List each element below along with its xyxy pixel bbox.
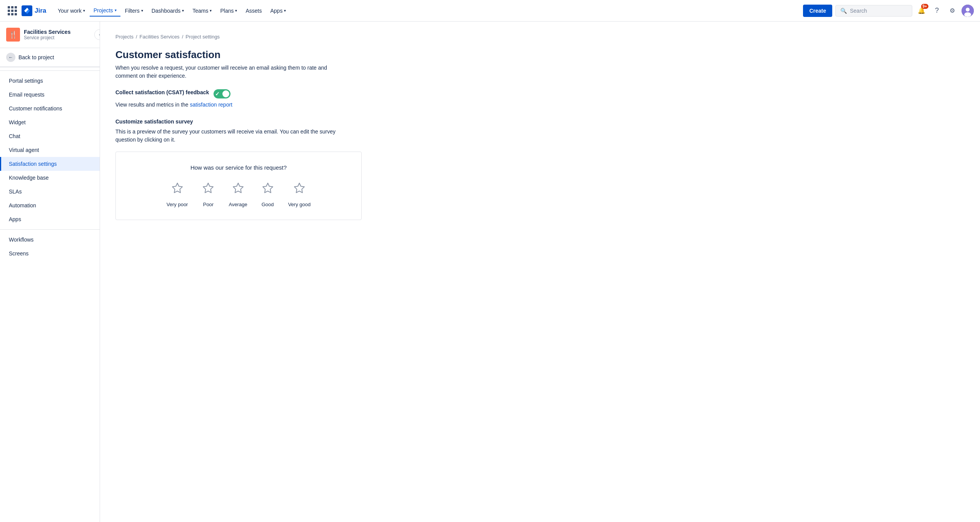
- page-description: When you resolve a request, your custome…: [115, 64, 965, 80]
- breadcrumb-sep-2: /: [182, 34, 184, 40]
- nav-assets[interactable]: Assets: [242, 5, 265, 16]
- sidebar-item-portal-settings[interactable]: Portal settings: [0, 74, 100, 88]
- breadcrumb-projects[interactable]: Projects: [115, 34, 134, 40]
- page-title: Customer satisfaction: [115, 49, 965, 61]
- logo[interactable]: Jira: [22, 5, 46, 16]
- logo-text: Jira: [35, 7, 46, 15]
- sidebar-item-customer-notifications[interactable]: Customer notifications: [0, 102, 100, 115]
- star-icon-5: [291, 182, 307, 198]
- nav-your-work[interactable]: Your work ▾: [54, 5, 89, 16]
- sidebar-project-header: 🍴 Facilities Services Service project ‹: [0, 22, 100, 48]
- csat-label: Collect satisfaction (CSAT) feedback: [115, 89, 209, 95]
- chevron-down-icon: ▾: [115, 8, 117, 12]
- sidebar-item-workflows[interactable]: Workflows: [0, 233, 100, 247]
- back-arrow-icon: ←: [6, 53, 15, 62]
- settings-button[interactable]: ⚙: [946, 5, 958, 17]
- chevron-down-icon: ▾: [83, 8, 85, 13]
- sidebar-item-virtual-agent[interactable]: Virtual agent: [0, 143, 100, 157]
- svg-point-3: [964, 12, 971, 17]
- sidebar-project-name: Facilities Services: [24, 29, 70, 35]
- star-icon-1: [169, 182, 185, 198]
- avatar-image: [962, 5, 974, 17]
- chevron-down-icon: ▾: [182, 8, 184, 13]
- topnav-actions: Create 🔍 Search 🔔 9+ ? ⚙: [803, 5, 974, 17]
- survey-section-title: Customize satisfaction survey: [115, 118, 965, 125]
- sidebar-item-slas[interactable]: SLAs: [0, 185, 100, 198]
- sidebar-item-knowledge-base[interactable]: Knowledge base: [0, 171, 100, 185]
- gear-icon: ⚙: [950, 7, 955, 14]
- csat-toggle[interactable]: ✓: [214, 89, 230, 98]
- jira-logo-icon: [22, 5, 32, 16]
- user-avatar[interactable]: [962, 5, 974, 17]
- nav-apps[interactable]: Apps ▾: [266, 5, 290, 16]
- sidebar: 🍴 Facilities Services Service project ‹ …: [0, 22, 100, 522]
- nav-projects[interactable]: Projects ▾: [90, 5, 120, 17]
- sidebar-item-chat[interactable]: Chat: [0, 129, 100, 143]
- svg-point-2: [966, 8, 970, 12]
- survey-stars: Very poor Poor Ave: [128, 182, 349, 207]
- chevron-down-icon: ▾: [210, 8, 212, 13]
- project-icon: 🍴: [6, 28, 20, 42]
- sidebar-project-type: Service project: [24, 35, 70, 40]
- notifications-button[interactable]: 🔔 9+: [915, 5, 928, 17]
- back-to-project[interactable]: ← Back to project: [0, 48, 100, 67]
- breadcrumb: Projects / Facilities Services / Project…: [115, 34, 965, 40]
- sidebar-item-widget[interactable]: Widget: [0, 115, 100, 129]
- nav-plans[interactable]: Plans ▾: [216, 5, 241, 16]
- star-icon-2: [200, 182, 216, 198]
- chevron-down-icon: ▾: [235, 8, 237, 13]
- csat-row: Collect satisfaction (CSAT) feedback ✓: [115, 89, 965, 98]
- satisfaction-report-link[interactable]: satisfaction report: [190, 102, 233, 108]
- star-good[interactable]: Good: [260, 182, 276, 207]
- help-icon: ?: [935, 7, 939, 15]
- survey-preview: How was our service for this request? Ve…: [115, 152, 362, 220]
- star-label-5: Very good: [288, 202, 311, 207]
- toggle-check-icon: ✓: [215, 91, 220, 97]
- breadcrumb-current: Project settings: [185, 34, 220, 40]
- star-icon-3: [230, 182, 246, 198]
- toggle-knob: [222, 90, 229, 97]
- sidebar-project-info: Facilities Services Service project: [24, 29, 70, 40]
- star-poor[interactable]: Poor: [200, 182, 216, 207]
- sidebar-item-automation[interactable]: Automation: [0, 198, 100, 212]
- nav-teams[interactable]: Teams ▾: [189, 5, 215, 16]
- star-label-1: Very poor: [167, 202, 188, 207]
- grid-menu-button[interactable]: [6, 5, 18, 17]
- nav-dashboards[interactable]: Dashboards ▾: [148, 5, 188, 16]
- sidebar-divider-1: [0, 70, 100, 71]
- star-very-good[interactable]: Very good: [288, 182, 311, 207]
- sidebar-item-email-requests[interactable]: Email requests: [0, 88, 100, 102]
- survey-question[interactable]: How was our service for this request?: [128, 164, 349, 171]
- star-average[interactable]: Average: [229, 182, 247, 207]
- nav-filters[interactable]: Filters ▾: [121, 5, 147, 16]
- chevron-down-icon: ▾: [141, 8, 143, 13]
- breadcrumb-facilities-services[interactable]: Facilities Services: [140, 34, 180, 40]
- survey-section-description: This is a preview of the survey your cus…: [115, 128, 965, 144]
- chevron-down-icon: ▾: [284, 8, 286, 13]
- star-icon-4: [260, 182, 276, 198]
- csat-description: View results and metrics in the satisfac…: [115, 102, 965, 108]
- search-box[interactable]: 🔍 Search: [835, 5, 912, 17]
- main-content: Projects / Facilities Services / Project…: [100, 22, 980, 522]
- create-button[interactable]: Create: [803, 5, 832, 17]
- breadcrumb-sep-1: /: [136, 34, 137, 40]
- sidebar-item-screens[interactable]: Screens: [0, 247, 100, 260]
- search-icon: 🔍: [840, 8, 847, 14]
- help-button[interactable]: ?: [931, 5, 943, 17]
- topnav: Jira Your work ▾ Projects ▾ Filters ▾ Da…: [0, 0, 980, 22]
- star-label-2: Poor: [203, 202, 214, 207]
- app-layout: 🍴 Facilities Services Service project ‹ …: [0, 22, 980, 522]
- topnav-nav: Your work ▾ Projects ▾ Filters ▾ Dashboa…: [54, 5, 800, 17]
- grid-icon: [8, 6, 17, 15]
- star-label-3: Average: [229, 202, 247, 207]
- sidebar-collapse-button[interactable]: ‹: [94, 29, 100, 40]
- sidebar-divider-2: [0, 229, 100, 230]
- sidebar-item-apps[interactable]: Apps: [0, 212, 100, 226]
- sidebar-item-satisfaction-settings[interactable]: Satisfaction settings: [0, 157, 100, 171]
- notification-badge: 9+: [921, 4, 928, 9]
- star-label-4: Good: [262, 202, 274, 207]
- search-placeholder: Search: [850, 8, 867, 14]
- star-very-poor[interactable]: Very poor: [167, 182, 188, 207]
